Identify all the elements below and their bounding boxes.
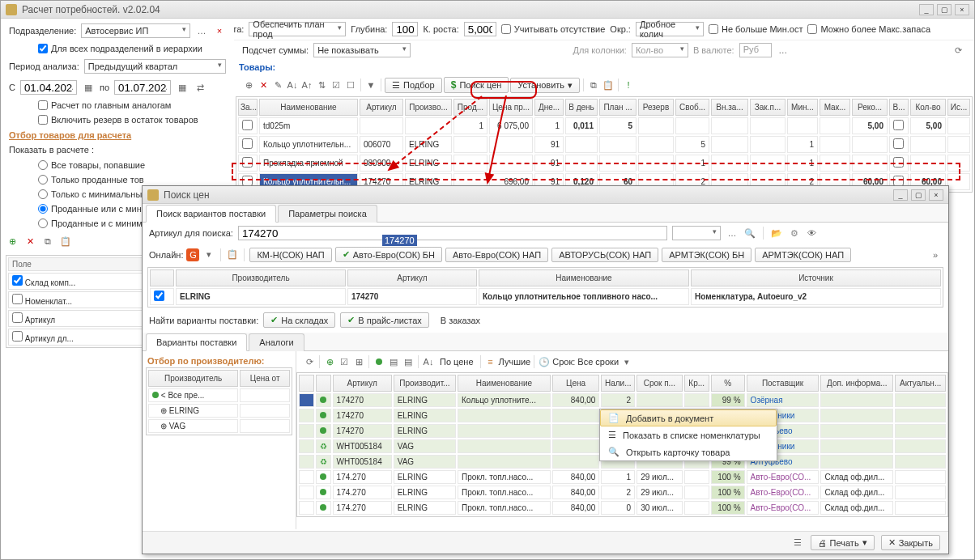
del-row-icon[interactable]: ✕ xyxy=(257,78,270,91)
by-analogs-chk[interactable] xyxy=(38,100,48,110)
ustanovit-button[interactable]: Установить ▾ xyxy=(510,78,580,93)
sort-za-icon[interactable]: A↑ xyxy=(300,78,313,91)
ctx-open-card[interactable]: 🔍 Открыть карточку товара xyxy=(600,443,777,460)
add-icon[interactable]: ⊕ xyxy=(6,235,19,248)
radio-sold[interactable] xyxy=(38,175,48,185)
provider-btn-km[interactable]: КМ-Н(СОК) НАП xyxy=(249,248,331,262)
to-date[interactable] xyxy=(114,80,171,95)
grid-row[interactable]: Кольцо уплотнительн...006070ELRING 91 5 … xyxy=(238,136,970,153)
subdivision-select[interactable]: Автосервис ИП xyxy=(81,23,190,38)
selected-row[interactable]: ELRING 174270 Кольцо уплотнительное топл… xyxy=(150,288,941,305)
ctx-show-list[interactable]: ☰ Показать в списке номенклатуры xyxy=(600,426,777,443)
consider-absence-chk[interactable]: Учитывать отсутствие xyxy=(501,24,606,34)
tree-item[interactable]: ⊕ VAG xyxy=(148,419,290,433)
growth-input[interactable] xyxy=(464,22,496,36)
preview-icon[interactable]: ☰ xyxy=(791,537,804,549)
paste-icon-2[interactable]: 📋 xyxy=(602,78,615,91)
folder-icon[interactable]: 📂 xyxy=(770,227,783,240)
copy-icon[interactable]: ⧉ xyxy=(41,235,54,248)
tree-item[interactable]: ⊕ ELRING xyxy=(148,404,290,418)
paste-icon[interactable]: 📋 xyxy=(59,235,72,248)
delete-icon[interactable]: ✕ xyxy=(23,235,36,248)
uncheck-icon[interactable]: ☐ xyxy=(344,78,357,91)
expand-icon[interactable]: ⊞ xyxy=(352,355,365,368)
for-col-select[interactable]: Кол-во xyxy=(632,43,688,57)
green-bullet-icon[interactable] xyxy=(373,355,385,368)
by-price-label[interactable]: По цене xyxy=(436,357,477,367)
calendar-icon[interactable]: ▦ xyxy=(82,81,95,94)
poisk-cen-button[interactable]: $Поиск цен xyxy=(444,77,509,93)
best-label[interactable]: Лучшие xyxy=(499,357,531,367)
grid-row[interactable]: 174.270ELRING Прокл. топл.насо...840,00 … xyxy=(299,486,946,499)
plus-icon[interactable]: ⊕ xyxy=(323,355,336,368)
doc-icon[interactable]: 📋 xyxy=(226,248,239,261)
podbor-button[interactable]: ☰Подбор xyxy=(385,78,442,93)
goods-grid[interactable]: За...НаименованиеАртикул Произво...Прод.… xyxy=(236,96,973,193)
ellipsis-icon[interactable]: … xyxy=(726,227,739,240)
depth-input[interactable] xyxy=(392,22,418,36)
chevron-down-icon[interactable]: ▾ xyxy=(620,355,633,368)
selected-article-grid[interactable]: ПроизводительАртикулНаименованиеИсточник… xyxy=(147,267,943,308)
ellipsis-icon[interactable]: … xyxy=(195,24,208,37)
sort-az-icon[interactable]: A↓ xyxy=(286,78,299,91)
provider-btn-armtek-nap[interactable]: АРМТЭК(СОК) НАП xyxy=(755,248,851,262)
provider-btn-armtek-bn[interactable]: АРМТЭК(СОК) БН xyxy=(662,248,751,262)
ellipsis-icon-2[interactable]: … xyxy=(777,44,790,57)
provider-btn-avto-nap[interactable]: Авто-Евро(СОК) НАП xyxy=(445,248,548,262)
tab-search-variants[interactable]: Поиск вариантов поставки xyxy=(146,205,276,223)
on-stock-btn[interactable]: ✔ На складах xyxy=(263,312,335,328)
clear-icon[interactable]: × xyxy=(213,24,226,37)
radio-min[interactable] xyxy=(38,189,48,199)
tree-item-all[interactable]: < Все пре... xyxy=(148,388,290,402)
close-button[interactable]: × xyxy=(955,4,969,15)
radio-sold-or-min[interactable] xyxy=(38,204,48,214)
in-orders-label[interactable]: В заказах xyxy=(434,314,487,327)
maximize-button[interactable]: ▢ xyxy=(911,189,926,201)
srok-label[interactable]: Срок: Все сроки xyxy=(552,357,619,367)
close-button[interactable]: × xyxy=(929,189,943,201)
tab-analogs[interactable]: Аналоги xyxy=(249,333,304,351)
close-button-2[interactable]: ✕ Закрыть xyxy=(881,535,940,550)
chevron-icon[interactable]: » xyxy=(929,248,942,261)
calendar-icon-2[interactable]: ▦ xyxy=(176,81,189,94)
round-select[interactable]: Дробное колич xyxy=(636,22,704,36)
minimize-button[interactable]: _ xyxy=(919,4,934,15)
check-icon[interactable]: ☑ xyxy=(338,355,351,368)
include-reserve-chk[interactable] xyxy=(38,115,48,125)
grid-row[interactable]: 174.270ELRING Прокл. топл.насо...840,00 … xyxy=(299,470,946,484)
clock-icon[interactable]: 🕒 xyxy=(538,355,551,368)
binoculars-icon[interactable]: 👁 xyxy=(806,227,819,240)
radio-all[interactable] xyxy=(38,160,48,170)
for-all-chk[interactable] xyxy=(38,44,48,53)
a-icon[interactable]: ▤ xyxy=(387,355,400,368)
sum-select[interactable]: Не показывать xyxy=(313,43,411,57)
radio-sold-and-min[interactable] xyxy=(38,218,48,228)
search-icon[interactable]: 🔍 xyxy=(743,227,756,240)
copy-icon-2[interactable]: ⧉ xyxy=(587,78,600,91)
provider-btn-avto-bn[interactable]: ✔ Авто-Евро(СОК) БН xyxy=(335,247,442,262)
refresh-icon[interactable]: ⟳ xyxy=(303,355,316,368)
run-icon[interactable]: ! xyxy=(622,78,635,91)
article-input[interactable] xyxy=(238,226,667,240)
swap-icon[interactable]: ⇄ xyxy=(194,81,206,94)
grid-row[interactable]: td025m 16 075,00 10,011 5 5,00 5,00 xyxy=(238,117,970,134)
article-dropdown[interactable] xyxy=(672,226,721,240)
check-icon[interactable]: ☑ xyxy=(330,78,343,91)
filter-icon[interactable]: ▼ xyxy=(364,78,377,91)
grid-row[interactable]: 174270ELRING Кольцо уплотните...840,00 2… xyxy=(299,393,946,407)
edit-icon[interactable]: ✎ xyxy=(271,78,284,91)
dropdown-icon[interactable]: ▾ xyxy=(202,248,215,261)
goal-select[interactable]: Обеспечить план прод xyxy=(249,22,346,36)
stop-icon[interactable]: G xyxy=(186,248,199,261)
provider-btn-avtorus[interactable]: АВТОРУСЬ(СОК) НАП xyxy=(551,248,658,262)
grid-row[interactable]: Прокладка приемной080900ELRING 91 1 1 xyxy=(238,155,970,172)
print-button[interactable]: 🖨 Печать ▾ xyxy=(811,535,875,550)
best-icon[interactable]: ≡ xyxy=(484,355,497,368)
tab-search-params[interactable]: Параметры поиска xyxy=(278,205,377,223)
from-date[interactable] xyxy=(20,80,77,95)
period-select[interactable]: Предыдущий квартал xyxy=(84,59,226,74)
can-more-max-chk[interactable]: Можно более Макс.запаса xyxy=(807,24,930,34)
no-more-min-chk[interactable]: Не больше Мин.ост xyxy=(709,24,803,34)
in-price-btn[interactable]: ✔ В прайс-листах xyxy=(340,312,429,328)
tab-variants[interactable]: Варианты поставки xyxy=(146,333,247,351)
